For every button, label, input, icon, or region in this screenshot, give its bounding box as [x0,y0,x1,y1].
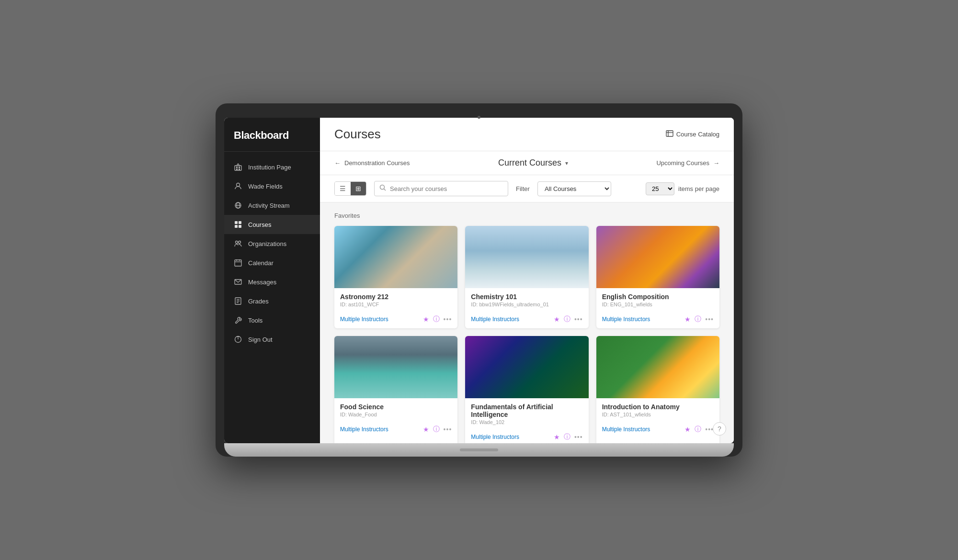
list-view-button[interactable]: ☰ [335,182,351,195]
sidebar-item-label: Tools [248,317,262,324]
favorites-grid: Astronomy 212 ID: ast101_WCF Multiple In… [334,226,719,443]
items-per-page: 25 50 100 items per page [646,182,719,195]
more-options-icon[interactable]: ••• [574,433,583,441]
sidebar-item-organizations[interactable]: Organizations [224,234,320,253]
star-icon[interactable]: ★ [554,315,560,323]
current-nav[interactable]: Current Courses ▾ [498,158,568,168]
course-id: ID: Wade_102 [471,419,582,425]
course-name: Chemistry 101 [471,293,582,301]
sidebar-item-activity-stream[interactable]: Activity Stream [224,196,320,215]
course-name: Astronomy 212 [340,293,452,301]
globe-icon [234,201,242,210]
sidebar-item-calendar[interactable]: Calendar [224,253,320,272]
star-icon[interactable]: ★ [423,426,429,433]
app-logo: Blackboard [224,118,320,152]
sidebar-item-label: Grades [248,298,269,305]
sidebar-item-label: Organizations [248,240,286,247]
instructors-link[interactable]: Multiple Instructors [340,316,388,323]
help-button[interactable]: ? [713,422,726,436]
course-image [596,226,719,288]
course-info: Astronomy 212 ID: ast101_WCF [334,288,457,315]
star-icon[interactable]: ★ [684,315,691,323]
course-card-food-science[interactable]: Food Science ID: Wade_Food Multiple Inst… [334,336,457,443]
instructors-link[interactable]: Multiple Instructors [340,426,388,433]
card-actions: ★ ⓘ ••• [554,433,583,441]
course-name: Fundamentals of Artificial Intelligence [471,403,582,418]
people-icon [234,239,242,248]
card-actions: ★ ⓘ ••• [423,425,452,434]
svg-rect-0 [235,166,241,170]
envelope-icon [234,278,242,286]
course-footer: Multiple Instructors ★ ⓘ ••• [596,425,719,438]
svg-point-29 [380,185,385,190]
star-icon[interactable]: ★ [554,433,560,441]
course-name: Food Science [340,403,452,411]
filter-select[interactable]: All Courses Favorites Open & Self-Paced [537,181,611,196]
building-icon [234,163,242,171]
info-icon[interactable]: ⓘ [433,315,440,324]
instructors-link[interactable]: Multiple Instructors [471,434,519,440]
course-image [465,336,588,398]
card-actions: ★ ⓘ ••• [423,315,452,324]
course-image [334,336,457,398]
sidebar-item-courses[interactable]: Courses [224,215,320,234]
course-card-anatomy[interactable]: Introduction to Anatomy ID: AST_101_wfie… [596,336,719,443]
sidebar-item-sign-out[interactable]: Sign Out [224,330,320,349]
search-input[interactable] [390,185,503,192]
sidebar-nav: Institution Page Wade Fields [224,152,320,443]
star-icon[interactable]: ★ [684,426,691,433]
instructors-link[interactable]: Multiple Instructors [602,316,650,323]
info-icon[interactable]: ⓘ [695,425,701,434]
grades-icon [234,297,242,305]
sidebar-item-grades[interactable]: Grades [224,291,320,311]
svg-point-13 [236,241,238,244]
card-actions: ★ ⓘ ••• [684,315,714,324]
sidebar-item-wade-fields[interactable]: Wade Fields [224,177,320,196]
info-icon[interactable]: ⓘ [695,315,701,324]
sidebar-item-tools[interactable]: Tools [224,311,320,330]
course-info: English Composition ID: ENG_101_wfields [596,288,719,315]
card-actions: ★ ⓘ ••• [684,425,714,434]
instructors-link[interactable]: Multiple Instructors [471,316,519,323]
course-catalog-button[interactable]: Course Catalog [666,130,719,139]
chevron-down-icon: ▾ [565,160,568,167]
sidebar-item-messages[interactable]: Messages [224,272,320,291]
course-card-chemistry[interactable]: Chemistry 101 ID: bbw19WFields_ultrademo… [465,226,588,328]
course-card-english[interactable]: English Composition ID: ENG_101_wfields … [596,226,719,328]
content-area: Favorites Astronomy 212 ID: ast101_WCF M… [320,202,734,443]
svg-rect-4 [239,168,240,170]
course-info: Food Science ID: Wade_Food [334,398,457,425]
star-icon[interactable]: ★ [423,315,429,323]
prev-nav[interactable]: ← Demonstration Courses [334,159,410,167]
svg-rect-11 [235,225,238,228]
next-nav[interactable]: Upcoming Courses → [656,159,719,167]
info-icon[interactable]: ⓘ [564,315,570,324]
svg-point-14 [239,241,241,244]
calendar-icon [234,258,242,267]
course-card-astronomy[interactable]: Astronomy 212 ID: ast101_WCF Multiple In… [334,226,457,328]
more-options-icon[interactable]: ••• [574,315,583,323]
catalog-icon [666,130,673,139]
instructors-link[interactable]: Multiple Instructors [602,426,650,433]
arrow-right-icon: → [713,159,719,167]
course-catalog-label: Course Catalog [676,131,719,138]
course-name: Introduction to Anatomy [602,403,714,411]
info-icon[interactable]: ⓘ [564,433,570,441]
main-content: Courses Course Catalog ← Dem [320,118,734,443]
items-per-page-select[interactable]: 25 50 100 [646,182,674,195]
content-wrapper: Favorites Astronomy 212 ID: ast101_WCF M… [320,202,734,443]
more-options-icon[interactable]: ••• [444,426,452,433]
sidebar-item-institution-page[interactable]: Institution Page [224,157,320,177]
sidebar-item-label: Messages [248,279,276,286]
course-footer: Multiple Instructors ★ ⓘ ••• [465,315,588,328]
course-id: ID: AST_101_wfields [602,412,714,417]
page-header: Courses Course Catalog [320,118,734,151]
grid-view-button[interactable]: ⊞ [351,182,366,195]
course-card-ai[interactable]: Fundamentals of Artificial Intelligence … [465,336,588,443]
info-icon[interactable]: ⓘ [433,425,440,434]
wrench-icon [234,316,242,325]
course-id: ID: ENG_101_wfields [602,302,714,307]
more-options-icon[interactable]: ••• [705,315,714,323]
more-options-icon[interactable]: ••• [444,315,452,323]
svg-point-5 [237,183,240,187]
